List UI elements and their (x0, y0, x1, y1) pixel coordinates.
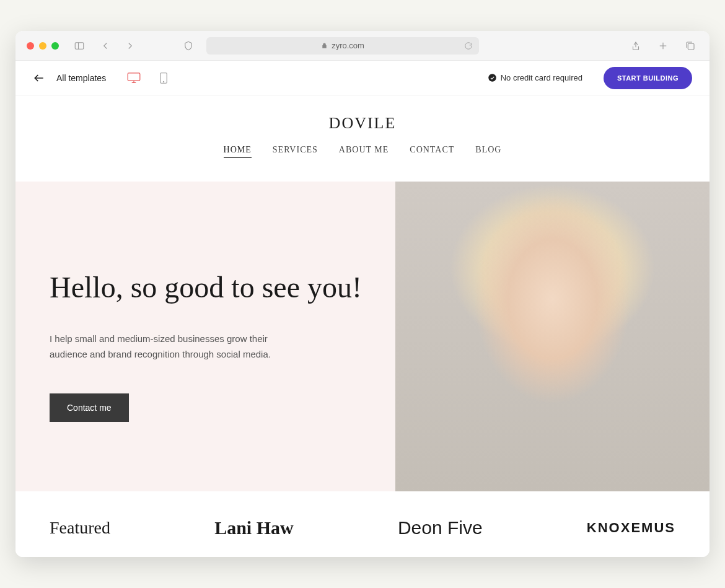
lock-icon (321, 42, 328, 49)
browser-window: zyro.com All templates No credit card re… (15, 31, 710, 557)
portrait-image (395, 182, 710, 491)
url-text: zyro.com (332, 41, 364, 50)
desktop-view-button[interactable] (127, 72, 141, 84)
reload-icon[interactable] (464, 42, 473, 50)
nav-blog[interactable]: BLOG (475, 145, 501, 158)
svg-point-10 (163, 81, 164, 82)
featured-logo-2: Deon Five (398, 517, 483, 538)
check-circle-icon (488, 73, 497, 82)
hero-image (395, 182, 710, 491)
mobile-view-button[interactable] (157, 72, 170, 84)
site-brand[interactable]: DOVILE (15, 114, 710, 133)
hero-content: Hello, so good to see you! I help small … (15, 182, 395, 491)
forward-button[interactable] (122, 38, 138, 54)
tabs-icon (685, 40, 696, 51)
nav-menu: HOME SERVICES ABOUT ME CONTACT BLOG (15, 145, 710, 158)
featured-logo-1: Lani Haw (214, 517, 294, 538)
close-window-button[interactable] (27, 42, 34, 50)
featured-logo-3: KNOXEMUS (587, 520, 675, 536)
site-header: DOVILE HOME SERVICES ABOUT ME CONTACT BL… (15, 95, 710, 169)
chevron-left-icon (100, 40, 111, 51)
nav-contact[interactable]: CONTACT (410, 145, 454, 158)
no-cc-text: No credit card required (501, 73, 582, 82)
hero-title: Hello, so good to see you! (50, 269, 364, 306)
site-preview: DOVILE HOME SERVICES ABOUT ME CONTACT BL… (15, 95, 710, 557)
svg-rect-4 (688, 43, 694, 50)
back-button[interactable] (97, 38, 113, 54)
hero-section: Hello, so good to see you! I help small … (15, 182, 710, 491)
maximize-window-button[interactable] (51, 42, 59, 50)
nav-about[interactable]: ABOUT ME (339, 145, 389, 158)
tabs-button[interactable] (682, 38, 698, 54)
chevron-right-icon (125, 40, 136, 51)
svg-point-11 (488, 74, 496, 82)
sidebar-icon (74, 40, 85, 51)
app-toolbar: All templates No credit card required ST… (15, 61, 710, 95)
traffic-lights (27, 42, 59, 50)
start-building-button[interactable]: START BUILDING (604, 67, 692, 89)
all-templates-link[interactable]: All templates (56, 73, 106, 83)
privacy-shield-button[interactable] (180, 38, 196, 54)
device-toggle (127, 72, 170, 84)
shield-icon (183, 40, 194, 51)
sidebar-toggle-button[interactable] (71, 38, 87, 54)
contact-button[interactable]: Contact me (50, 393, 129, 422)
featured-label: Featured (50, 518, 110, 538)
plus-icon (657, 40, 669, 51)
svg-rect-0 (75, 42, 84, 49)
new-tab-button[interactable] (655, 38, 671, 54)
share-icon (630, 40, 641, 51)
hero-subtitle: I help small and medium-sized businesses… (50, 331, 273, 362)
minimize-window-button[interactable] (39, 42, 46, 50)
share-button[interactable] (628, 38, 644, 54)
no-credit-card-badge: No credit card required (488, 73, 582, 82)
nav-services[interactable]: SERVICES (273, 145, 318, 158)
titlebar: zyro.com (15, 31, 710, 61)
back-arrow-icon[interactable] (33, 72, 45, 84)
address-bar[interactable]: zyro.com (206, 37, 479, 55)
featured-section: Featured Lani Haw Deon Five KNOXEMUS (15, 491, 710, 557)
nav-home[interactable]: HOME (224, 145, 252, 158)
svg-rect-6 (128, 72, 140, 80)
